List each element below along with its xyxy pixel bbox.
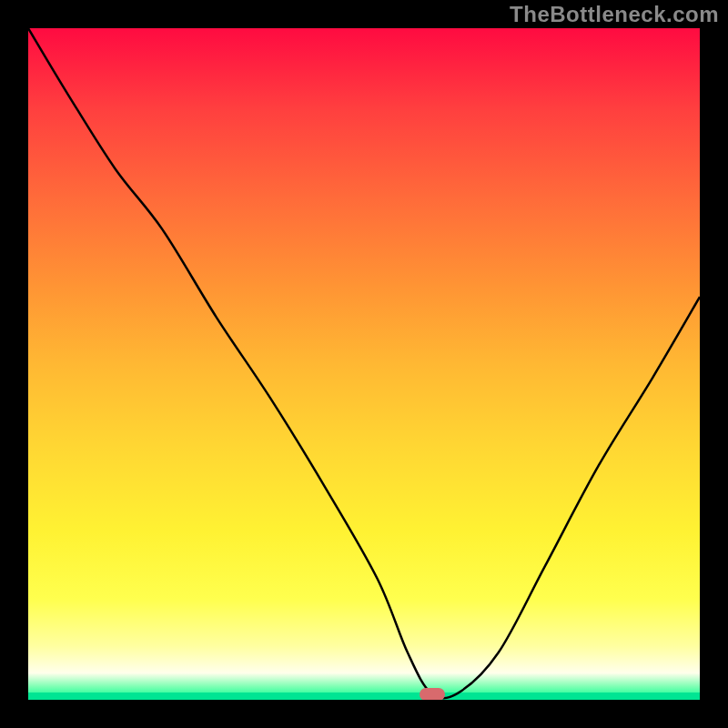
bottleneck-curve [28, 28, 700, 700]
watermark-text: TheBottleneck.com [510, 2, 719, 27]
optimal-marker [420, 688, 445, 700]
chart-container: TheBottleneck.com [0, 0, 728, 728]
curve-path [28, 28, 700, 698]
plot-area [28, 28, 700, 700]
